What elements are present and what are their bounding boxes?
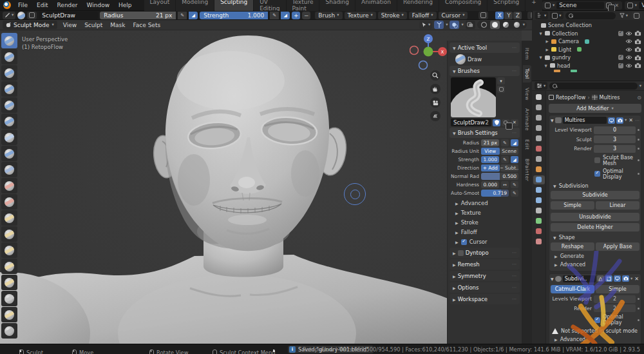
brush-select-dropdown[interactable]: ▾ (497, 77, 505, 84)
properties-search-input[interactable] (549, 83, 637, 90)
field-value[interactable]: 3 (594, 135, 636, 143)
shape-section-header[interactable]: ▼ Shape (553, 235, 639, 241)
collapsed-subpanel[interactable]: ▶ Stroke (448, 217, 522, 227)
checkbox[interactable] (594, 317, 600, 323)
gizmo-toggle[interactable] (434, 21, 444, 29)
extras-dropdown-icon[interactable]: ▾ (625, 118, 627, 123)
keyframe-dot-icon[interactable] (638, 173, 639, 175)
keyframe-dot-icon[interactable] (638, 298, 639, 300)
hardness-arrows-icon[interactable]: ↔ (501, 181, 509, 188)
axis-x-label[interactable]: X (441, 50, 444, 55)
outliner-id-filter-dropdown[interactable]: ▾ (550, 12, 563, 19)
shading-wireframe-button[interactable] (479, 21, 489, 29)
eye-icon[interactable] (625, 63, 632, 68)
properties-tab-data[interactable] (533, 217, 545, 226)
chevron-down-icon[interactable]: ▾ (639, 84, 641, 88)
section-checkbox[interactable] (458, 250, 464, 256)
outliner-row[interactable]: ▼ head (532, 62, 644, 70)
subdivision-algorithm-button[interactable]: Simple (596, 285, 639, 293)
subdivision-section-header[interactable]: ▼ Subdivision (553, 183, 639, 189)
navigation-gizmo[interactable]: Z X (410, 33, 447, 70)
brush-datablock-icon[interactable] (27, 12, 37, 19)
radius-edit-button[interactable]: ✎ (178, 12, 187, 19)
drag-dots-icon[interactable]: ⋯ (635, 118, 639, 123)
disclosure-icon[interactable]: ▼ (538, 32, 543, 35)
properties-tab-world[interactable] (533, 144, 545, 153)
draw-tool-icon[interactable] (455, 54, 466, 64)
brush-button-inflate[interactable] (1, 113, 17, 129)
checkbox[interactable] (594, 157, 600, 163)
editor-type-dropdown[interactable]: ▾ (535, 82, 547, 90)
brush-button-pinch[interactable] (1, 226, 17, 242)
edit-mode-toggle[interactable] (597, 275, 604, 282)
field-value[interactable]: 2 (594, 295, 636, 303)
tool-settings-menu[interactable]: Texture▾ (345, 12, 376, 19)
exclude-checkbox[interactable] (618, 31, 623, 36)
tool-settings-menu[interactable]: Cursor▾ (439, 12, 468, 19)
unsubdivide-button[interactable]: Unsubdivide (551, 213, 639, 221)
brush-button-grab[interactable] (1, 242, 17, 258)
render-toggle[interactable] (616, 117, 623, 124)
menubar-item[interactable]: Help (114, 1, 137, 9)
sidebar-tab[interactable]: Tool (523, 65, 531, 83)
radius-unit-option[interactable]: Scene (500, 148, 519, 155)
shading-material-button[interactable] (501, 21, 511, 29)
collapsed-subpanel[interactable]: ▶ Falloff (448, 227, 522, 237)
cursor-checkbox[interactable] (461, 239, 467, 245)
keyframe-dot-icon[interactable] (638, 319, 639, 321)
shading-rendered-button[interactable] (512, 21, 522, 29)
brush-button-draw-sharp[interactable] (1, 49, 17, 64)
brush-button-clay-strips[interactable] (1, 81, 17, 97)
menubar-item[interactable]: Window (82, 1, 115, 9)
render-visibility-camera-icon[interactable] (634, 30, 641, 36)
strength-pressure-toggle[interactable]: ◢ (511, 156, 518, 163)
radius-slider[interactable]: Radius 21 px (100, 12, 176, 19)
mirror-axis-button[interactable]: X (495, 12, 504, 19)
active-tool-dropdown[interactable]: ▾ (3, 12, 15, 19)
scene-name-field[interactable]: Scene (556, 2, 604, 9)
optimal-display-row[interactable]: Optimal Display (594, 314, 639, 326)
menubar-item[interactable]: Render (53, 1, 82, 9)
mirror-axis-button[interactable]: Z (513, 12, 522, 19)
radius-unit-option[interactable]: View (481, 148, 500, 155)
brush-button-layer[interactable] (1, 97, 17, 113)
normal-radius-slider[interactable]: 0.500 (481, 173, 518, 180)
menubar-item[interactable]: File (14, 1, 32, 9)
brush-button-smooth[interactable] (1, 162, 17, 177)
reshape-button[interactable]: Reshape (551, 242, 594, 251)
brush-button-clay[interactable] (1, 65, 17, 81)
brush-button-fill[interactable] (1, 194, 17, 210)
hardness-edit-button[interactable]: ✎ (511, 181, 518, 188)
keyframe-dot-icon[interactable] (638, 159, 639, 161)
overlays-toggle[interactable] (450, 21, 459, 29)
viewport-menu[interactable]: Mask (106, 21, 129, 29)
properties-tab-scene[interactable] (533, 134, 545, 143)
viewport-display-toggle[interactable] (608, 117, 615, 124)
render-visibility-camera-icon[interactable] (634, 63, 641, 68)
auto-smooth-edit-button[interactable]: ✎ (511, 190, 518, 197)
radius-pressure-toggle[interactable]: ◢ (511, 139, 518, 146)
eye-icon[interactable] (625, 31, 632, 36)
properties-tab-material[interactable] (533, 227, 545, 236)
radius-pressure-toggle[interactable]: ◢ (189, 12, 198, 19)
brush-name-field[interactable]: SculptDraw (39, 12, 98, 19)
brush-button-nudge[interactable] (1, 323, 17, 339)
eye-icon[interactable] (625, 55, 632, 60)
add-direction-button[interactable]: + (292, 12, 300, 19)
panel-section[interactable]: ▶ Symmetry ⋯ (450, 271, 520, 281)
breadcrumb-object[interactable]: RetopoFlow (556, 95, 585, 101)
outliner-row[interactable]: ▶ Camera (532, 37, 644, 46)
tool-settings-menu[interactable]: Falloff▾ (409, 12, 437, 19)
properties-tab-output[interactable] (533, 113, 545, 123)
collapsed-subpanel[interactable]: ▶ Generate (554, 253, 639, 259)
brush-button-pose[interactable] (1, 307, 17, 322)
brush-preview-image[interactable] (451, 77, 496, 117)
disclosure-icon[interactable]: ▶ (545, 48, 549, 52)
viewport-menu[interactable]: Sculpt (80, 21, 106, 29)
viewport-menu[interactable]: View (59, 21, 80, 29)
sidebar-tab[interactable]: View (523, 84, 531, 104)
apply-base-button[interactable]: Apply Base (596, 242, 639, 251)
delete-modifier-icon[interactable]: ✕ (628, 117, 634, 123)
snap-icon[interactable] (478, 12, 488, 19)
axis-z-label[interactable]: Z (427, 37, 430, 42)
